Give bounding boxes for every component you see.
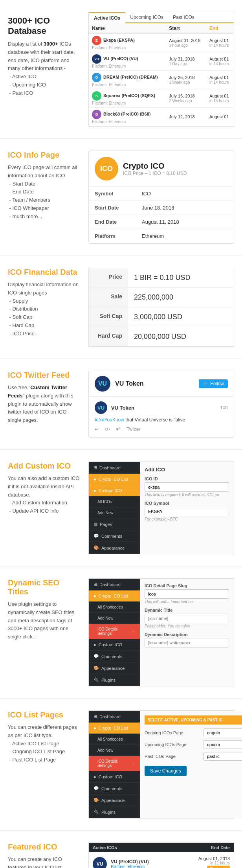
save-changes-button[interactable]: Save Changes — [145, 766, 187, 776]
ico-end-ago: in 14 hours — [209, 62, 229, 66]
sidebar-item-appearance[interactable]: 🎨 Appearance — [89, 794, 140, 806]
ico-twitter-section: ICO Twitter Feed Use free "Custom Twitte… — [0, 359, 242, 450]
dynamic-title-input[interactable] — [145, 614, 229, 623]
sidebar-item-appearance[interactable]: 🎨 Appearance — [89, 662, 140, 674]
ico-id-input[interactable] — [145, 482, 229, 492]
tab-active-icos[interactable]: Active ICOs — [89, 12, 125, 23]
financial-value-softcap: 3,000,000 USD — [128, 307, 234, 327]
dynamic-title-label: Dynamic Title — [145, 608, 229, 612]
sidebar-item-comments[interactable]: 💬 Comments — [89, 783, 140, 794]
sidebar-item-custom-ico[interactable]: ● Custom ICO — [89, 771, 140, 783]
ico-logo: VU — [92, 54, 101, 64]
twitter-retweet[interactable]: ↺¹ — [104, 427, 110, 432]
sidebar-item-crypto-ico[interactable]: ● Crypto ICO List — [89, 590, 140, 602]
sidebar-item-crypto-ico[interactable]: ● Crypto ICO List — [89, 723, 140, 734]
ico-name: VU (PreICO) (VU) — [103, 56, 138, 61]
sidebar-item-dashboard[interactable]: ⊞ Dashboard — [89, 579, 140, 590]
sidebar-item-dashboard[interactable]: ⊞ Dashboard — [89, 462, 140, 474]
dynamic-desc-input[interactable] — [145, 638, 229, 647]
slug-input[interactable] — [145, 589, 229, 599]
sidebar-item-plugins[interactable]: 🔌 Plugins — [89, 806, 140, 818]
sidebar-item-label: Appearance — [101, 666, 125, 671]
twitter-like[interactable]: ♥⁵ — [116, 427, 121, 432]
sidebar-item-ico-details[interactable]: ICO Details Settings → — [89, 756, 140, 771]
featured-ico-right: Active ICOs End Date VU VU (PreICO) (VU)… — [88, 842, 234, 868]
sidebar-item-dashboard[interactable]: ⊞ Dashboard — [89, 711, 140, 723]
sidebar-item-comments[interactable]: 💬 Comments — [89, 530, 140, 542]
sidebar-item-custom-ico[interactable]: ● Custom ICO — [89, 485, 140, 497]
table-row[interactable]: BBlock68 (PreICO) (B68)Platform: Ethereu… — [89, 108, 234, 126]
ongoing-icos-input[interactable] — [204, 728, 242, 737]
twitter-post-logo: VU — [95, 401, 107, 414]
ico-info-left: ICO Info Page Every ICO page will contai… — [8, 151, 81, 244]
table-row[interactable]: VUVU (PreICO) (VU)Platform: Ethereum Jul… — [89, 52, 234, 71]
sidebar-item-add-new[interactable]: Add New — [89, 613, 140, 624]
ico-platform: Platform: Ethereum — [92, 120, 126, 124]
twitter-source[interactable]: Twitter — [126, 427, 140, 432]
ico-info-card: ICO Crypto ICO ICO Price – 1 ICO = 0.10 … — [88, 151, 234, 244]
table-row: Platform Ethereum — [89, 229, 234, 243]
sidebar-item-label: Crypto ICO List — [99, 477, 128, 482]
ico-name: Squarex (PreICO) (SQEX) — [103, 93, 155, 98]
table-row[interactable]: EEkspa (EKSPA)Platform: Ethereum August … — [89, 34, 234, 52]
sidebar-item-add-new[interactable]: Add New — [89, 745, 140, 756]
plugins-icon: 🔌 — [94, 809, 99, 815]
featured-table: Active ICOs End Date VU VU (PreICO) (VU)… — [88, 842, 234, 868]
sidebar-item-all-shortcodes[interactable]: All Shortcodes — [89, 602, 140, 613]
featured-row-vu[interactable]: VU VU (PreICO) (VU) Platform: Ethereum A… — [89, 852, 234, 868]
featured-table-header: Active ICOs End Date — [89, 843, 234, 852]
featured-info-vu: VU (PreICO) (VU) Platform: Ethereum — [111, 859, 194, 868]
sidebar-item-custom-ico[interactable]: ● Custom ICO — [89, 639, 140, 651]
appearance-icon: 🎨 — [94, 545, 99, 550]
sidebar-item-crypto-ico[interactable]: ● Crypto ICO List — [89, 474, 140, 485]
dynamic-title-hint: Placeholder: You can also — [145, 624, 229, 628]
col-end: End — [206, 23, 234, 34]
sidebar-item-label: Dashboard — [99, 582, 121, 587]
tab-upcoming-icos[interactable]: Upcoming ICOs — [125, 12, 168, 22]
field-label: Platform — [89, 229, 136, 243]
past-icos-input[interactable] — [204, 752, 242, 761]
crypto-ico-icon: ● — [94, 477, 96, 482]
sidebar-item-pages[interactable]: ▤ Pages — [89, 519, 140, 530]
ico-info-table: Symbol ICO Start Date June 18, 2018 End … — [89, 187, 234, 243]
ico-id-label: ICO ID — [145, 476, 229, 481]
ico-start-date: July 31, 2018 — [169, 57, 194, 61]
arrow-icon: → — [131, 629, 135, 634]
seo-dashboard-main: ICO Detail Page Slug This will upd... Im… — [140, 579, 234, 686]
sidebar-item-all-icos[interactable]: All ICOs — [89, 497, 140, 508]
financial-row-hardcap: Hard Cap 20,000,000 USD — [89, 327, 234, 346]
ico-info-right: ICO Crypto ICO ICO Price – 1 ICO = 0.10 … — [88, 151, 234, 244]
sidebar-item-add-new[interactable]: Add New — [89, 508, 140, 519]
table-row[interactable]: DDREAM (PreICO) (DREAM)Platform: Ethereu… — [89, 71, 234, 89]
tab-past-icos[interactable]: Past ICOs — [168, 12, 199, 22]
upcoming-icos-input[interactable] — [204, 740, 242, 749]
ico-symbol-input[interactable] — [145, 507, 229, 516]
twitter-reply[interactable]: ↩ — [95, 427, 99, 432]
sidebar-item-label: Crypto ICO List — [99, 726, 128, 730]
featured-col-active: Active ICOs — [93, 845, 191, 850]
featured-badge-vu: Featured — [207, 866, 230, 868]
form-group-title: Dynamic Title Placeholder: You can also — [145, 608, 229, 628]
sidebar-item-ico-details[interactable]: ICO Details Settings → — [89, 624, 140, 639]
seo-dashboard-sidebar: ⊞ Dashboard ● Crypto ICO List All Shortc… — [89, 579, 140, 686]
dashboard-main: Add ICO ICO ID This field is required. I… — [140, 462, 234, 554]
list-dashboard-card: ⊞ Dashboard ● Crypto ICO List All Shortc… — [88, 710, 234, 818]
field-value: ICO — [136, 187, 234, 201]
ico-id-hint: This field is required. It will used as … — [145, 493, 229, 497]
ico-card-title-area: Crypto ICO ICO Price – 1 ICO = 0.10 USD — [123, 162, 187, 176]
ico-card-price: ICO Price – 1 ICO = 0.10 USD — [123, 171, 187, 176]
ico-card-name: Crypto ICO — [123, 162, 187, 171]
sidebar-item-comments[interactable]: 💬 Comments — [89, 651, 140, 662]
ico-twitter-desc: Use free "Custom Twitter Feeds" plugin a… — [8, 384, 81, 425]
sidebar-item-appearance[interactable]: 🎨 Appearance — [89, 542, 140, 554]
twitter-follow-button[interactable]: 🐦 Follow — [199, 379, 228, 388]
add-custom-ico-left: Add Custom ICO You can also add a custom… — [8, 462, 81, 554]
sidebar-item-all-shortcodes[interactable]: All Shortcodes — [89, 734, 140, 745]
sidebar-item-label: Add New — [97, 748, 114, 752]
sidebar-item-plugins[interactable]: 🔌 Plugins — [89, 674, 140, 686]
twitter-post-text: #DidYouKnow that Virtual Universe is "al… — [95, 416, 228, 423]
table-row[interactable]: SSquarex (PreICO) (SQEX)Platform: Ethere… — [89, 89, 234, 108]
featured-col-end: End Date — [191, 845, 230, 850]
comments-icon: 💬 — [94, 786, 99, 791]
form-group-desc: Dynamic Description — [145, 632, 229, 647]
